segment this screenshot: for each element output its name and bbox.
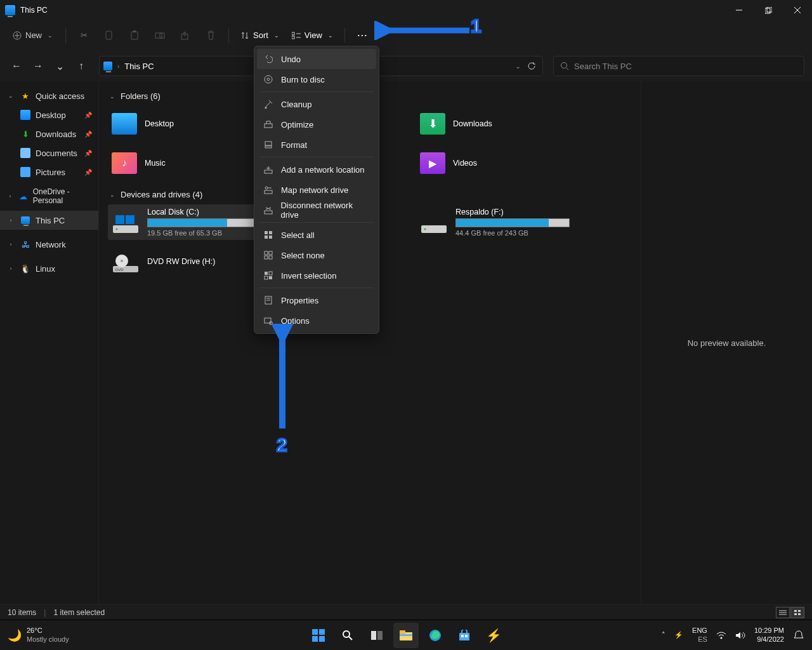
sidebar-item-documents[interactable]: Documents📌: [0, 143, 98, 162]
taskbar-explorer[interactable]: [393, 623, 419, 648]
pin-icon: 📌: [84, 131, 92, 138]
svg-rect-73: [265, 256, 268, 259]
svg-rect-35: [794, 613, 797, 615]
minimize-button[interactable]: [724, 0, 754, 20]
taskbar-search[interactable]: [335, 623, 360, 648]
annotation-label-2: 2: [277, 434, 287, 456]
copy-button[interactable]: [98, 25, 121, 46]
drive-f[interactable]: Respaldo (F:) 44.4 GB free of 243 GB: [416, 204, 570, 240]
drive-dvd[interactable]: DVD DVD RW Drive (H:): [108, 244, 262, 279]
menu-item-invert-selection[interactable]: Invert selection: [257, 265, 376, 286]
svg-rect-37: [312, 629, 318, 635]
taskbar-language[interactable]: ENGES: [692, 627, 707, 643]
sidebar-thispc[interactable]: ›This PC: [0, 211, 98, 230]
svg-line-42: [349, 637, 352, 640]
svg-rect-40: [319, 636, 325, 642]
svg-rect-2: [767, 7, 772, 12]
thispc-icon: [20, 215, 30, 225]
search-input[interactable]: Search This PC: [553, 56, 804, 76]
svg-rect-39: [312, 636, 318, 642]
menu-item-disconnect-network-drive[interactable]: Disconnect network drive: [257, 200, 376, 220]
sidebar-item-downloads[interactable]: ⬇Downloads📌: [0, 124, 98, 143]
forward-button[interactable]: →: [29, 57, 47, 75]
thispc-icon: [103, 62, 112, 70]
sidebar-item-desktop[interactable]: Desktop📌: [0, 105, 98, 124]
more-button[interactable]: ···: [351, 25, 374, 46]
close-button[interactable]: [783, 0, 812, 20]
menu-item-label: Select all: [281, 230, 315, 240]
sidebar-onedrive[interactable]: ›☁OneDrive - Personal: [0, 187, 98, 206]
linux-icon: 🐧: [20, 263, 30, 274]
menu-item-properties[interactable]: Properties: [257, 290, 376, 310]
task-view[interactable]: [364, 623, 390, 648]
maximize-button[interactable]: [754, 0, 783, 20]
notifications-icon[interactable]: [793, 630, 804, 641]
drive-c[interactable]: Local Disk (C:) 19.5 GB free of 65.3 GB: [108, 204, 262, 240]
tray-chevron-icon[interactable]: ˄: [662, 631, 665, 639]
taskbar-store[interactable]: [452, 623, 477, 648]
sidebar-label: Downloads: [36, 129, 76, 139]
menu-item-label: Cleanup: [281, 100, 311, 109]
rename-button[interactable]: [148, 25, 171, 46]
item-label: Music: [145, 159, 166, 168]
menu-item-optimize[interactable]: Optimize: [257, 114, 376, 135]
preview-pane: No preview available.: [641, 81, 812, 604]
desktop-icon: [20, 110, 30, 120]
more-context-menu[interactable]: UndoBurn to discCleanupOptimizeFormatAdd…: [254, 46, 379, 334]
svg-rect-36: [798, 613, 801, 615]
details-view-toggle[interactable]: [776, 607, 790, 618]
breadcrumb-location[interactable]: This PC: [124, 62, 154, 71]
chevron-down-icon: ⌄: [274, 32, 279, 39]
nav-row: ← → ⌄ ↑ › This PC ⌄ Search This PC: [0, 51, 812, 81]
menu-item-format[interactable]: Format: [257, 135, 376, 155]
sidebar-quick-access[interactable]: ⌄ ★ Quick access: [0, 86, 98, 105]
taskbar[interactable]: 🌙 26°C Mostly cloudy ⚡ ˄ ⚡ ENGES 10:29 P…: [0, 620, 812, 650]
svg-rect-77: [265, 276, 268, 279]
svg-rect-38: [319, 629, 325, 635]
menu-item-cleanup[interactable]: Cleanup: [257, 94, 376, 114]
status-separator: |: [44, 608, 46, 617]
sidebar-network[interactable]: ›🖧Network: [0, 235, 98, 254]
menu-item-undo[interactable]: Undo: [257, 49, 376, 69]
paste-button[interactable]: [123, 25, 146, 46]
sidebar-linux[interactable]: ›🐧Linux: [0, 259, 98, 278]
cut-button[interactable]: ✂: [72, 25, 95, 46]
tiles-view-toggle[interactable]: [790, 607, 804, 618]
menu-item-select-none[interactable]: Select none: [257, 245, 376, 265]
taskbar-weather[interactable]: 🌙 26°C Mostly cloudy: [8, 627, 69, 643]
svg-text:DVD: DVD: [115, 268, 124, 272]
folder-desktop[interactable]: Desktop: [108, 106, 262, 142]
status-bar: 10 items | 1 item selected: [0, 604, 812, 620]
tray-app-icon[interactable]: ⚡: [674, 631, 683, 639]
taskbar-app[interactable]: ⚡: [481, 623, 506, 648]
menu-item-burn-to-disc[interactable]: Burn to disc: [257, 69, 376, 90]
folder-music[interactable]: ♪Music: [108, 145, 262, 181]
menu-item-add-a-network-location[interactable]: Add a network location: [257, 159, 376, 180]
up-button[interactable]: ↑: [72, 57, 90, 75]
share-button[interactable]: [174, 25, 197, 46]
address-dropdown-button[interactable]: ⌄: [515, 62, 521, 70]
annotation-label-1: 1: [471, 15, 481, 37]
folder-downloads[interactable]: ⬇Downloads: [416, 106, 570, 142]
volume-icon[interactable]: [735, 631, 745, 640]
cleanup-icon: [263, 99, 273, 109]
recent-locations-button[interactable]: ⌄: [51, 57, 69, 75]
refresh-button[interactable]: [527, 62, 536, 70]
taskbar-clock[interactable]: 10:29 PM9/4/2022: [754, 627, 784, 643]
document-icon: [20, 148, 30, 158]
start-button[interactable]: [306, 623, 331, 648]
new-button[interactable]: New ⌄: [6, 27, 59, 44]
taskbar-edge[interactable]: [422, 623, 448, 648]
menu-item-select-all[interactable]: Select all: [257, 225, 376, 245]
wifi-icon[interactable]: [716, 632, 726, 639]
view-button[interactable]: View⌄: [287, 25, 338, 46]
sort-button[interactable]: Sort⌄: [235, 25, 284, 46]
back-button[interactable]: ←: [8, 57, 25, 75]
pin-icon: 📌: [84, 112, 92, 119]
menu-item-map-network-drive[interactable]: Map network drive: [257, 180, 376, 200]
status-selected: 1 item selected: [53, 608, 105, 617]
sidebar-item-pictures[interactable]: Pictures📌: [0, 162, 98, 182]
delete-button[interactable]: [199, 25, 222, 46]
folder-videos[interactable]: ▶Videos: [416, 145, 570, 181]
app-icon: [5, 5, 15, 15]
